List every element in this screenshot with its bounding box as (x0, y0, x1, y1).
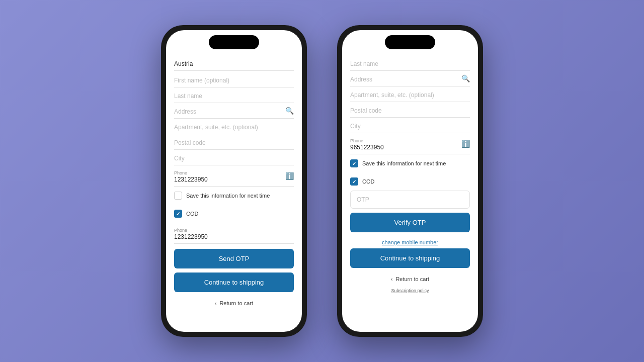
dynamic-island-1 (209, 35, 259, 49)
save-info-checkbox-2[interactable] (350, 159, 358, 167)
city-placeholder-2: City (350, 123, 470, 130)
dynamic-island-2 (385, 35, 435, 49)
phone-field[interactable]: Phone 1231223950 ℹ️ (174, 165, 294, 187)
city-field-2[interactable]: City (350, 118, 470, 133)
last-name-placeholder: Last name (174, 93, 294, 100)
last-name-placeholder-2: Last name (350, 60, 470, 67)
otp-field[interactable]: OTP (350, 191, 470, 209)
change-mobile-link[interactable]: change mobile number (350, 236, 470, 248)
save-info-checkbox[interactable] (174, 192, 182, 200)
apartment-placeholder: Apartment, suite, etc. (optional) (174, 124, 294, 131)
screen-content-2: Last name Address 🔍 Apartment, suite, et… (342, 30, 478, 332)
save-info-row-2[interactable]: Save this information for next time (350, 154, 470, 172)
return-to-cart-label-2: Return to cart (395, 276, 429, 282)
cod-row[interactable]: COD (174, 205, 294, 223)
postal-code-placeholder-2: Postal code (350, 107, 470, 114)
cod-checkbox-2[interactable] (350, 177, 358, 186)
cod-row-2[interactable]: COD (350, 172, 470, 191)
phone-field-2[interactable]: Phone 9651223950 ℹ️ (350, 133, 470, 154)
cod-checkbox[interactable] (174, 210, 182, 218)
continue-shipping-button-1[interactable]: Continue to shipping (174, 273, 294, 292)
save-info-label-2: Save this information for next time (362, 160, 446, 166)
last-name-field[interactable]: Last name (174, 87, 294, 103)
continue-shipping-button-2[interactable]: Continue to shipping (350, 248, 470, 268)
apartment-field-2[interactable]: Apartment, suite, etc. (optional) (350, 86, 470, 102)
country-field[interactable]: Austria (174, 55, 294, 71)
verify-otp-button[interactable]: Verify OTP (350, 213, 470, 232)
save-info-label: Save this information for next time (186, 193, 270, 199)
phone-label: Phone (174, 170, 294, 175)
phone-label-2: Phone (350, 138, 470, 143)
search-icon-2: 🔍 (461, 74, 470, 82)
first-name-placeholder: First name (optional) (174, 77, 294, 84)
city-field[interactable]: City (174, 150, 294, 165)
address-field[interactable]: Address 🔍 (174, 103, 294, 119)
search-icon: 🔍 (285, 107, 294, 115)
cod-label: COD (186, 211, 198, 217)
screen-content-1: Austria First name (optional) Last name … (166, 30, 302, 332)
last-name-field-2[interactable]: Last name (350, 55, 470, 71)
country-value: Austria (174, 60, 193, 67)
first-name-field[interactable]: First name (optional) (174, 72, 294, 87)
address-placeholder: Address (174, 108, 294, 115)
cod-phone-value: 1231223950 (174, 233, 294, 240)
apartment-field[interactable]: Apartment, suite, etc. (optional) (174, 119, 294, 134)
info-icon: ℹ️ (285, 172, 294, 180)
postal-code-field-2[interactable]: Postal code (350, 102, 470, 118)
postal-code-field[interactable]: Postal code (174, 134, 294, 150)
cod-phone-label: Phone (174, 228, 294, 233)
send-otp-button[interactable]: Send OTP (174, 249, 294, 268)
subscription-policy-link[interactable]: Subscription policy (350, 286, 470, 295)
chevron-left-icon-2: ‹ (391, 277, 392, 282)
apartment-placeholder-2: Apartment, suite, etc. (optional) (350, 92, 470, 99)
return-to-cart-label-1: Return to cart (219, 300, 253, 306)
info-icon-2: ℹ️ (461, 140, 470, 148)
save-info-row[interactable]: Save this information for next time (174, 187, 294, 205)
chevron-left-icon-1: ‹ (215, 301, 216, 306)
postal-code-placeholder: Postal code (174, 139, 294, 146)
cod-label-2: COD (362, 178, 374, 185)
otp-placeholder: OTP (357, 196, 463, 203)
phone-device-1: Austria First name (optional) Last name … (161, 25, 307, 337)
phone-screen-2: Last name Address 🔍 Apartment, suite, et… (342, 30, 478, 332)
phone-value-2: 9651223950 (350, 144, 470, 151)
city-placeholder: City (174, 155, 294, 162)
return-to-cart-link-1[interactable]: ‹ Return to cart (174, 296, 294, 310)
phone-value: 1231223950 (174, 176, 294, 183)
cod-phone-field[interactable]: Phone 1231223950 (174, 223, 294, 244)
phone-device-2: Last name Address 🔍 Apartment, suite, et… (337, 25, 483, 337)
phone-screen-1: Austria First name (optional) Last name … (166, 30, 302, 332)
address-field-2[interactable]: Address 🔍 (350, 71, 470, 86)
address-placeholder-2: Address (350, 76, 470, 83)
return-to-cart-link-2[interactable]: ‹ Return to cart (350, 272, 470, 286)
